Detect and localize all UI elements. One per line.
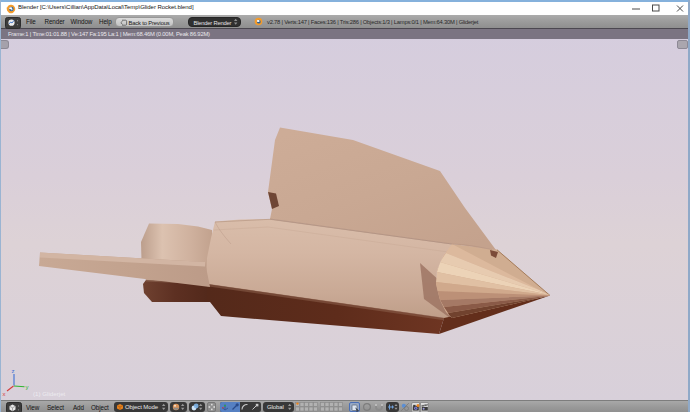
svg-text:y: y [26,384,29,390]
svg-text:z: z [12,368,15,374]
svg-text:(1) Gliderjet: (1) Gliderjet [33,390,66,397]
svg-text:x: x [3,391,6,397]
